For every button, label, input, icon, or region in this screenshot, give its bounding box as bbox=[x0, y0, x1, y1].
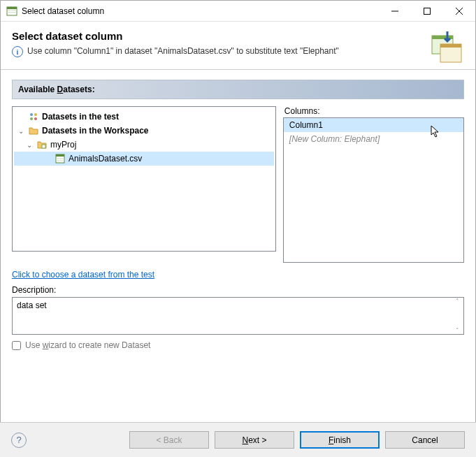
tree-root-test[interactable]: Datasets in the test bbox=[14, 110, 274, 124]
use-wizard-checkbox[interactable] bbox=[12, 341, 21, 350]
checkbox-label: Use wizard to create new Dataset bbox=[25, 340, 150, 350]
scroll-down-icon[interactable]: ˅ bbox=[452, 327, 462, 334]
content-area: Available Datasets: Datasets in the test… bbox=[1, 70, 475, 356]
finish-button[interactable]: Finish bbox=[300, 431, 380, 449]
button-bar: ? < Back Next > Finish Cancel bbox=[0, 422, 476, 457]
header-graphic-icon bbox=[431, 30, 464, 64]
tree-label: Datasets in the Workspace bbox=[42, 126, 149, 136]
svg-point-14 bbox=[30, 117, 33, 120]
info-text: Use column "Column1" in dataset "Animals… bbox=[27, 46, 339, 57]
available-datasets-heading: Available Datasets: bbox=[12, 80, 464, 99]
svg-rect-11 bbox=[440, 44, 461, 48]
close-button[interactable] bbox=[443, 1, 475, 22]
expander-icon[interactable]: ⌄ bbox=[17, 127, 25, 135]
svg-rect-16 bbox=[42, 145, 45, 148]
tree-datasets-icon bbox=[28, 111, 39, 122]
svg-rect-18 bbox=[56, 154, 64, 157]
csv-file-icon bbox=[55, 153, 66, 164]
columns-label: Columns: bbox=[283, 106, 464, 116]
description-box[interactable]: data set ˄ ˅ bbox=[12, 297, 464, 335]
help-button[interactable]: ? bbox=[11, 433, 27, 448]
minimize-button[interactable] bbox=[379, 1, 411, 22]
svg-rect-5 bbox=[424, 8, 431, 14]
tree-project[interactable]: ⌄ myProj bbox=[14, 138, 274, 152]
svg-rect-3 bbox=[7, 12, 17, 13]
next-button[interactable]: Next > bbox=[215, 431, 294, 449]
scroll-arrows[interactable]: ˄ ˅ bbox=[452, 298, 462, 334]
tree-label: Datasets in the test bbox=[42, 112, 119, 122]
use-wizard-checkbox-row[interactable]: Use wizard to create new Dataset bbox=[12, 340, 464, 350]
svg-point-13 bbox=[34, 113, 37, 116]
tree-file-selected[interactable]: AnimalsDataset.csv bbox=[14, 152, 274, 166]
tree-root-workspace[interactable]: ⌄ Datasets in the Workspace bbox=[14, 124, 274, 138]
tree-label: AnimalsDataset.csv bbox=[68, 154, 142, 164]
expander-icon[interactable]: ⌄ bbox=[25, 141, 34, 149]
app-icon bbox=[6, 6, 17, 17]
titlebar: Select dataset column bbox=[1, 1, 475, 22]
description-label: Description: bbox=[12, 285, 464, 295]
description-text: data set bbox=[17, 300, 47, 310]
svg-rect-1 bbox=[7, 7, 17, 9]
svg-point-12 bbox=[30, 113, 33, 116]
back-button: < Back bbox=[129, 431, 209, 449]
choose-dataset-link[interactable]: Click to choose a dataset from the test bbox=[12, 270, 154, 280]
page-title: Select dataset column bbox=[12, 30, 422, 42]
folder-icon bbox=[28, 125, 39, 136]
svg-rect-2 bbox=[7, 10, 17, 10]
project-folder-icon bbox=[36, 139, 48, 150]
dialog-header: Select dataset column i Use column "Colu… bbox=[1, 22, 475, 69]
maximize-button[interactable] bbox=[411, 1, 443, 22]
window-title: Select dataset column bbox=[22, 6, 379, 16]
tree-label: myProj bbox=[50, 140, 76, 150]
datasets-tree[interactable]: Datasets in the test ⌄ Datasets in the W… bbox=[12, 106, 276, 252]
svg-point-15 bbox=[34, 117, 37, 120]
scroll-up-icon[interactable]: ˄ bbox=[452, 298, 462, 305]
cancel-button[interactable]: Cancel bbox=[385, 431, 465, 449]
column-new-hint[interactable]: [New Column: Elephant] bbox=[284, 132, 463, 146]
info-icon: i bbox=[12, 46, 23, 57]
columns-list[interactable]: Column1 [New Column: Elephant] bbox=[283, 117, 464, 263]
column-item-selected[interactable]: Column1 bbox=[284, 118, 463, 132]
